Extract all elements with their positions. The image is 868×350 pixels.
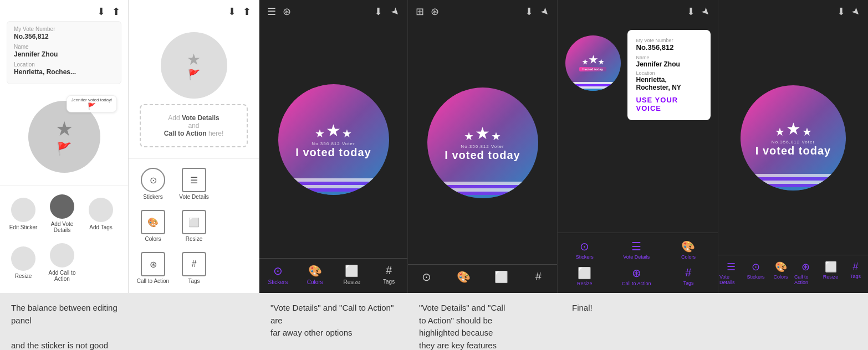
share-icon[interactable]: ⬆: [112, 6, 120, 18]
nav-resize-p4[interactable]: ⬜: [483, 268, 520, 287]
nav-colors-p4[interactable]: 🎨: [445, 268, 482, 287]
stickers-icon: ⊙: [141, 168, 165, 192]
tags-icon-p5: #: [685, 266, 691, 279]
add-vote-details-button[interactable]: Add Vote Details: [44, 191, 80, 236]
nav-vote-details-p5[interactable]: ☰ Vote Details: [612, 238, 662, 262]
p5-toolbar: ⬇ ➤: [558, 0, 718, 21]
panel-6-final: ⬇ ➤ ★ ★ ★ No.356,812 Voter I voted today: [718, 0, 868, 293]
panel-2-toolbar: x ⬇ ⬆: [129, 0, 259, 21]
nav-cta-p5[interactable]: ⊛ Call to Action: [612, 264, 662, 289]
colors-icon-p5: 🎨: [681, 240, 695, 253]
panel-4-dark: ⊞ ⊛ ⬇ ➤ ★ ★ ★ No.356,812 Voter I voted t…: [408, 0, 558, 293]
p5-voted-badge: I voted today: [579, 67, 606, 71]
nav-tags-p5[interactable]: # Tags: [663, 264, 713, 289]
vote-details-icon: ☰: [182, 168, 206, 192]
p3-sticker-number: No.356,812 Voter: [312, 141, 355, 146]
sticker-flag-icon: 🚩: [57, 142, 72, 156]
add-tags-icon: [89, 198, 113, 222]
cta-label-p6: Call to Action: [794, 274, 817, 285]
nav-tags-p4[interactable]: #: [520, 268, 557, 287]
stickers-nav-icon: ⊙: [273, 264, 283, 277]
p4-toolbar: ⊞ ⊛ ⬇ ➤: [408, 0, 557, 21]
sticker-info-card: My Vote Number No.356,812 Name Jennifer …: [7, 21, 121, 84]
share-icon-p4[interactable]: ➤: [538, 4, 552, 19]
p4-sticker-number: No.356,812 Voter: [461, 144, 504, 149]
p3-toolbar: ☰ ⊛ ⬇ ➤: [259, 0, 407, 21]
nav-sticker-p4[interactable]: ⊙: [408, 268, 445, 287]
resize-icon-p5: ⬜: [578, 266, 591, 280]
caption-4: "Vote Details" and "Callto Action" shoul…: [408, 302, 561, 350]
nav-colors-p5[interactable]: 🎨 Colors: [663, 238, 713, 262]
captions-section: The balance between editing paneland the…: [0, 293, 868, 350]
p5-card-name-val: Jennifer Zhou: [636, 60, 702, 68]
vote-details-tool[interactable]: ☰ Vote Details: [175, 164, 213, 203]
p5-sticker-sm: ★ ★ ★ I voted today: [565, 35, 621, 91]
qr-icon-p4[interactable]: ⊛: [431, 6, 439, 18]
p3-stars: ★ ★ ★: [315, 121, 352, 140]
vote-details-nav-icon[interactable]: ☰: [267, 6, 276, 18]
nav-resize-p3[interactable]: ⬜ Resize: [334, 262, 371, 287]
stickers-label-p6: Stickers: [747, 274, 764, 280]
p6-sticker-text: I voted today: [755, 145, 831, 157]
location-value: Henrietta, Roches...: [14, 68, 114, 76]
p6-toolbar: ⬇ ➤: [718, 0, 868, 21]
call-to-action-nav-icon[interactable]: ⊛: [283, 6, 291, 18]
nav-vote-details-p6[interactable]: ☰ Vote Details: [718, 259, 743, 287]
share-icon-p6[interactable]: ➤: [849, 4, 863, 19]
download-icon[interactable]: ⬇: [97, 6, 105, 18]
colors-icon-p6: 🎨: [775, 261, 787, 273]
nav-cta-p6[interactable]: ⊛ Call to Action: [793, 259, 818, 287]
tags-label-p5: Tags: [683, 280, 693, 286]
nav-stickers-p5[interactable]: ⊙ Stickers: [560, 238, 610, 262]
nav-stickers-p3[interactable]: ⊙ Stickers: [259, 262, 297, 287]
nav-resize-p5[interactable]: ⬜ Resize: [560, 264, 610, 289]
p4-sticker-area: ★ ★ ★ No.356,812 Voter I voted today: [408, 21, 557, 264]
edit-sticker-button[interactable]: Edit Sticker: [6, 191, 41, 236]
download-icon-p4[interactable]: ⬇: [525, 6, 533, 18]
add-tags-button[interactable]: Add Tags: [83, 191, 119, 236]
resize-nav-icon-p3: ⬜: [345, 264, 359, 277]
p6-voted-sticker: ★ ★ ★ No.356,812 Voter I voted today: [741, 85, 846, 191]
panel-1-editing: ⬇ ⬆ My Vote Number No.356,812 Name Jenni…: [0, 0, 129, 293]
colors-nav-icon-p4: 🎨: [457, 270, 471, 284]
stickers-label-p5: Stickers: [576, 254, 594, 260]
download-icon-p2b[interactable]: ⬇: [228, 6, 236, 18]
nav-colors-p3[interactable]: 🎨 Colors: [297, 262, 334, 287]
resize-label-p5: Resize: [577, 281, 593, 286]
vote-details-label: Vote Details: [179, 194, 208, 200]
add-vote-details-icon: [50, 194, 74, 219]
stickers-tool[interactable]: ⊙ Stickers: [134, 164, 172, 203]
p2-placeholder-box: Add Vote Details and Call to Action here…: [140, 104, 248, 147]
download-icon-p6[interactable]: ⬇: [837, 6, 845, 18]
name-label: Name: [14, 44, 114, 50]
tags-tool-p2[interactable]: # Tags: [175, 249, 213, 287]
share-icon-p2[interactable]: ⬆: [243, 6, 251, 18]
nav-tags-p6[interactable]: # Tags: [843, 259, 868, 287]
tags-nav-icon-p4: #: [535, 270, 542, 283]
download-icon-p5[interactable]: ⬇: [687, 6, 695, 18]
share-icon-p5[interactable]: ➤: [698, 4, 713, 19]
caption-5: Final!: [561, 302, 868, 350]
caption-3: "Vote Details" and "Call to Action" aref…: [259, 302, 408, 350]
add-call-to-action-button[interactable]: Add Call to Action: [44, 240, 80, 285]
layout-icon-p4[interactable]: ⊞: [416, 6, 424, 18]
resize-tool-p2[interactable]: ⬜ Resize: [175, 207, 213, 245]
p4-stars: ★ ★ ★: [464, 123, 501, 143]
colors-tool-p2[interactable]: 🎨 Colors: [134, 207, 172, 245]
colors-label-p2: Colors: [145, 236, 161, 242]
share-icon-p3[interactable]: ➤: [388, 4, 402, 19]
nav-colors-p6[interactable]: 🎨 Colors: [768, 259, 793, 287]
colors-icon-p2: 🎨: [141, 210, 165, 234]
nav-tags-p3[interactable]: # Tags: [370, 262, 407, 287]
download-icon-p3[interactable]: ⬇: [374, 6, 382, 18]
panel-2-preview-area: ★ 🚩 Add Vote Details and Call to Action …: [129, 21, 259, 158]
vote-details-icon-p6: ☰: [727, 261, 736, 273]
nav-resize-p6[interactable]: ⬜ Resize: [818, 259, 843, 287]
panel-5-card: ⬇ ➤ ★ ★ ★ I voted today: [558, 0, 718, 293]
p3-sticker-text: I voted today: [295, 146, 371, 159]
resize-button[interactable]: Resize: [6, 240, 41, 285]
nav-stickers-p6[interactable]: ⊙ Stickers: [743, 259, 768, 287]
call-to-action-tool-p2[interactable]: ⊛ Call to Action: [134, 249, 172, 287]
colors-nav-label-p3: Colors: [307, 279, 323, 285]
caption-1: The balance between editing paneland the…: [0, 302, 129, 350]
